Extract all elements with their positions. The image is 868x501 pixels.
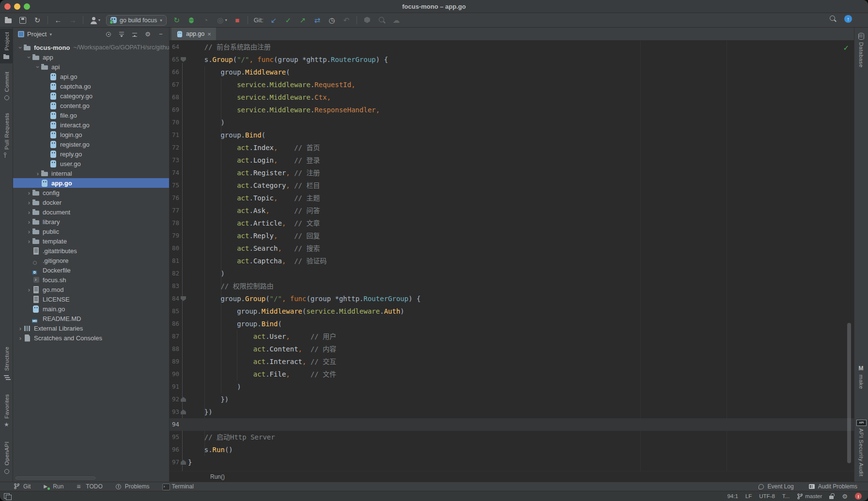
tree-item-app-go[interactable]: app.go — [13, 178, 169, 188]
code-line-87[interactable]: 87 act.User, // 用户 — [170, 330, 854, 343]
fold-marker-icon[interactable] — [181, 296, 186, 301]
code-line-86[interactable]: 86 group.Bind( — [170, 318, 854, 330]
tree-item-reply-go[interactable]: reply.go — [13, 149, 169, 159]
code-line-66[interactable]: 66 group.Middleware( — [170, 66, 854, 78]
tree-item-dockerfile[interactable]: Dockerfile — [13, 265, 169, 275]
code-line-80[interactable]: 80 act.Search, // 搜索 — [170, 242, 854, 255]
tree-item-app[interactable]: ›app — [13, 52, 169, 62]
save-all-icon[interactable] — [18, 16, 27, 25]
run-config-select[interactable]: go build focus▾ — [106, 15, 167, 26]
indent-style[interactable]: T... — [782, 493, 790, 499]
git-update-icon[interactable]: ↙ — [269, 16, 278, 25]
tree-item-template[interactable]: ›template — [13, 236, 169, 246]
chevron-icon[interactable]: › — [26, 238, 32, 245]
cloud-icon[interactable]: ☁ — [392, 16, 401, 25]
hide-panel-icon[interactable]: − — [157, 31, 164, 38]
tree-item--gitignore[interactable]: .gitignore — [13, 256, 169, 265]
tree-item-config[interactable]: ›config — [13, 188, 169, 197]
code-line-72[interactable]: 72 act.Index, // 首页 — [170, 141, 854, 154]
code-line-88[interactable]: 88 act.Content, // 内容 — [170, 343, 854, 355]
tree-item-public[interactable]: ›public — [13, 227, 169, 236]
code-line-78[interactable]: 78 act.Article, // 文章 — [170, 217, 854, 229]
code-line-91[interactable]: 91 ) — [170, 380, 854, 393]
expand-all-icon[interactable] — [118, 31, 125, 38]
code-line-68[interactable]: 68 service.Middleware.Ctx, — [170, 91, 854, 104]
fold-marker-icon[interactable] — [181, 57, 186, 62]
fold-marker-icon[interactable] — [181, 460, 186, 465]
tree-item-library[interactable]: ›library — [13, 217, 169, 227]
sync-icon[interactable]: ↻ — [33, 16, 42, 25]
code-line-74[interactable]: 74 act.Register, // 注册 — [170, 167, 854, 179]
chevron-icon[interactable]: › — [34, 63, 42, 70]
problems-toolwindow-button[interactable]: Problems — [115, 483, 150, 490]
terminal-toolwindow-button[interactable]: Terminal — [162, 483, 194, 490]
forward-icon[interactable]: → — [68, 16, 77, 25]
code-line-95[interactable]: 95 // 启动Http Server — [170, 431, 854, 443]
lock-icon[interactable] — [829, 493, 835, 499]
tree-item-api-go[interactable]: api.go — [13, 72, 169, 81]
tree-item-content-go[interactable]: content.go — [13, 101, 169, 110]
code-line-81[interactable]: 81 act.Captcha, // 验证码 — [170, 255, 854, 267]
collapse-all-icon[interactable] — [131, 31, 138, 38]
chevron-icon[interactable]: › — [26, 286, 32, 293]
close-tab-icon[interactable]: × — [207, 30, 211, 38]
tree-item-user-go[interactable]: user.go — [13, 159, 169, 168]
error-badge[interactable]: ! — [855, 493, 862, 500]
tree-item-captcha-go[interactable]: captcha.go — [13, 81, 169, 91]
coverage-icon[interactable]: ◔ — [202, 16, 210, 25]
horizontal-scrollbar[interactable] — [16, 477, 95, 479]
chevron-icon[interactable]: › — [26, 228, 32, 235]
code-line-84[interactable]: 84 group.Group("/", func(group *ghttp.Ro… — [170, 292, 854, 305]
code-line-96[interactable]: 96 s.Run() — [170, 443, 854, 456]
tree-item-main-go[interactable]: main.go — [13, 304, 169, 314]
locate-icon[interactable] — [105, 31, 112, 38]
breadcrumb[interactable]: Run() — [170, 471, 854, 482]
git-commit-icon[interactable]: ✓ — [284, 16, 293, 25]
tree-item-focus-sh[interactable]: focus.sh — [13, 275, 169, 285]
stripe-item-structure[interactable]: Structure — [0, 343, 13, 383]
stripe-item-api-security-audit[interactable]: API Security Audit — [854, 416, 868, 480]
stripe-item-commit[interactable]: Commit — [0, 68, 13, 105]
code-line-65[interactable]: 65 s.Group("/", func(group *ghttp.Router… — [170, 53, 854, 66]
run-icon[interactable]: ↻ — [172, 16, 181, 25]
open-folder-icon[interactable] — [4, 16, 13, 25]
inspections-ok-icon[interactable]: ✓ — [843, 44, 849, 52]
tree-item-api[interactable]: ›api — [13, 62, 169, 72]
chevron-icon[interactable]: › — [17, 44, 24, 51]
code-line-93[interactable]: 93 }) — [170, 406, 854, 418]
highlighting-level-icon[interactable]: ⚙ — [842, 493, 848, 500]
stripe-item-favorites[interactable]: Favorites★ — [0, 391, 13, 431]
git-merge-icon[interactable]: ⇄ — [313, 16, 322, 25]
code-line-73[interactable]: 73 act.Login, // 登录 — [170, 154, 854, 167]
code-line-76[interactable]: 76 act.Topic, // 主题 — [170, 192, 854, 204]
code-line-79[interactable]: 79 act.Reply, // 回复 — [170, 229, 854, 242]
hide-tool-windows-button[interactable] — [0, 492, 11, 501]
settings-gear-icon[interactable]: ⚙ — [144, 31, 151, 38]
search-everywhere-icon[interactable] — [828, 15, 837, 23]
tree-item-readme-md[interactable]: README.MD — [13, 314, 169, 323]
tree-item-focus-mono[interactable]: ›focus-mono~/Workspace/Go/GOPATH/src/git… — [13, 43, 169, 52]
debug-icon[interactable] — [187, 16, 196, 25]
git-toolwindow-button[interactable]: Git — [14, 483, 31, 490]
todo-toolwindow-button[interactable]: TODO — [76, 483, 102, 490]
code-editor[interactable]: 64 // 前台系统路由注册65 s.Group("/", func(group… — [170, 41, 854, 471]
stripe-item-database[interactable]: Database — [854, 30, 868, 71]
audit-problems-button[interactable]: Audit Problems — [808, 483, 857, 490]
code-line-77[interactable]: 77 act.Ask, // 问答 — [170, 204, 854, 217]
editor-scrollbar[interactable] — [847, 323, 851, 463]
code-line-94[interactable]: 94 — [170, 418, 854, 431]
chevron-icon[interactable]: › — [26, 199, 32, 206]
stripe-item-make[interactable]: Mmake — [854, 362, 868, 393]
tree-item-register-go[interactable]: register.go — [13, 139, 169, 149]
code-with-me-icon[interactable]: ▾ — [89, 16, 100, 25]
code-line-67[interactable]: 67 service.Middleware.RequestId, — [170, 78, 854, 91]
git-push-icon[interactable]: ↗ — [298, 16, 307, 25]
chevron-icon[interactable]: › — [17, 334, 24, 342]
stop-icon[interactable]: ■ — [233, 16, 242, 25]
code-line-85[interactable]: 85 group.Middleware(service.Middleware.A… — [170, 305, 854, 318]
chevron-icon[interactable]: › — [26, 218, 32, 226]
caret-position[interactable]: 94:1 — [727, 493, 738, 499]
tree-item-license[interactable]: LICENSE — [13, 294, 169, 304]
tree-item-go-mod[interactable]: ›go.mod — [13, 285, 169, 294]
chevron-icon[interactable]: › — [26, 54, 33, 61]
